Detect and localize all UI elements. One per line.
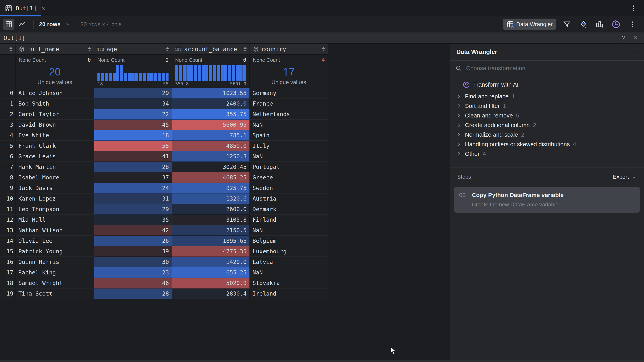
rows-selector-chevron-icon[interactable]: [64, 21, 71, 27]
sort-arrows-icon[interactable]: [244, 47, 247, 51]
column-header[interactable]: 123 account_balance: [172, 44, 250, 55]
row-index-cell[interactable]: 10: [0, 194, 16, 204]
age-cell[interactable]: 24: [94, 183, 172, 194]
country-cell[interactable]: Latvia: [250, 257, 328, 267]
country-cell[interactable]: NaN: [250, 151, 328, 162]
full-name-cell[interactable]: Mia Hall: [16, 215, 94, 225]
rows-selector[interactable]: 20 rows: [39, 21, 60, 28]
full-name-cell[interactable]: Quinn Harris: [16, 257, 94, 267]
tab-out1[interactable]: Out[1] ✕: [0, 0, 41, 17]
row-index-cell[interactable]: 3: [0, 120, 16, 130]
row-index-cell[interactable]: 8: [0, 172, 16, 183]
age-cell[interactable]: 41: [94, 151, 172, 162]
country-cell[interactable]: Denmark: [250, 204, 328, 215]
category-row[interactable]: Clean and remove 5: [450, 111, 644, 120]
age-cell[interactable]: 22: [94, 109, 172, 120]
ai-assistant-icon[interactable]: [610, 19, 622, 30]
country-cell[interactable]: NaN: [250, 267, 328, 278]
country-cell[interactable]: Greece: [250, 172, 328, 183]
age-cell[interactable]: 23: [94, 267, 172, 278]
category-row[interactable]: Normalize and scale 2: [450, 130, 644, 139]
full-name-cell[interactable]: Samuel Wright: [16, 278, 94, 288]
full-name-cell[interactable]: Nathan Wilson: [16, 225, 94, 236]
row-index-cell[interactable]: 13: [0, 225, 16, 236]
histogram-icon[interactable]: [594, 19, 605, 30]
account-balance-cell[interactable]: 4850.0: [172, 141, 250, 151]
account-balance-cell[interactable]: 1895.65: [172, 236, 250, 246]
full-name-cell[interactable]: Karen Lopez: [16, 194, 94, 204]
country-cell[interactable]: Slovakia: [250, 278, 328, 288]
country-cell[interactable]: NaN: [250, 225, 328, 236]
full-name-cell[interactable]: Bob Smith: [16, 99, 94, 109]
column-header[interactable]: full_name: [16, 44, 94, 55]
help-icon[interactable]: ?: [622, 34, 626, 42]
age-cell[interactable]: 34: [94, 99, 172, 109]
account-balance-cell[interactable]: 4775.35: [172, 246, 250, 257]
row-index-cell[interactable]: 18: [0, 278, 16, 288]
age-cell[interactable]: 39: [94, 246, 172, 257]
account-balance-cell[interactable]: 1023.55: [172, 88, 250, 99]
account-balance-cell[interactable]: 5600.95: [172, 120, 250, 130]
row-index-cell[interactable]: 17: [0, 267, 16, 278]
full-name-cell[interactable]: Rachel King: [16, 267, 94, 278]
table-view-button[interactable]: [3, 19, 14, 30]
account-balance-cell[interactable]: 2600.0: [172, 204, 250, 215]
category-row[interactable]: Sort and filter 1: [450, 101, 644, 111]
country-cell[interactable]: Italy: [250, 141, 328, 151]
column-header[interactable]: country: [250, 44, 328, 55]
account-balance-cell[interactable]: 785.1: [172, 130, 250, 141]
step-card[interactable]: 00 Copy Python DataFrame variable Create…: [454, 187, 640, 213]
sort-arrows-icon[interactable]: [166, 47, 169, 51]
country-cell[interactable]: Luxembourg: [250, 246, 328, 257]
sort-arrows-icon[interactable]: [322, 47, 325, 51]
country-cell[interactable]: Austria: [250, 194, 328, 204]
row-index-cell[interactable]: 9: [0, 183, 16, 194]
transformation-search-input[interactable]: Choose transformation: [450, 61, 644, 76]
country-cell[interactable]: Germany: [250, 88, 328, 99]
filter-icon[interactable]: [561, 19, 572, 30]
age-cell[interactable]: 26: [94, 236, 172, 246]
row-index-cell[interactable]: 7: [0, 162, 16, 172]
country-cell[interactable]: Belgium: [250, 236, 328, 246]
age-cell[interactable]: 35: [94, 215, 172, 225]
full-name-cell[interactable]: Frank Clark: [16, 141, 94, 151]
age-cell[interactable]: 46: [94, 278, 172, 288]
row-index-cell[interactable]: 16: [0, 257, 16, 267]
full-name-cell[interactable]: Tina Scott: [16, 288, 94, 299]
age-cell[interactable]: 29: [94, 88, 172, 99]
age-cell[interactable]: 18: [94, 130, 172, 141]
country-cell[interactable]: Netherlands: [250, 109, 328, 120]
row-index-cell[interactable]: 15: [0, 246, 16, 257]
output-close-icon[interactable]: ✕: [633, 34, 638, 42]
row-index-cell[interactable]: 19: [0, 288, 16, 299]
age-cell[interactable]: 28: [94, 288, 172, 299]
age-cell[interactable]: 28: [94, 162, 172, 172]
export-dropdown[interactable]: Export: [613, 174, 637, 180]
category-row[interactable]: Find and replace 1: [450, 92, 644, 101]
country-cell[interactable]: France: [250, 99, 328, 109]
account-balance-cell[interactable]: 5020.9: [172, 278, 250, 288]
account-balance-cell[interactable]: 2830.4: [172, 288, 250, 299]
row-index-cell[interactable]: 0: [0, 88, 16, 99]
country-cell[interactable]: Portugal: [250, 162, 328, 172]
row-index-cell[interactable]: 5: [0, 141, 16, 151]
data-wrangler-toggle-button[interactable]: W Data Wrangler: [503, 19, 556, 30]
sort-arrows-icon[interactable]: [9, 47, 12, 51]
account-balance-cell[interactable]: 925.75: [172, 183, 250, 194]
row-index-cell[interactable]: 1: [0, 99, 16, 109]
age-cell[interactable]: 29: [94, 204, 172, 215]
full-name-cell[interactable]: Hank Martin: [16, 162, 94, 172]
age-cell[interactable]: 31: [94, 194, 172, 204]
account-balance-cell[interactable]: 3105.8: [172, 215, 250, 225]
account-balance-cell[interactable]: 355.75: [172, 109, 250, 120]
age-cell[interactable]: 45: [94, 120, 172, 130]
country-cell[interactable]: NaN: [250, 120, 328, 130]
account-balance-cell[interactable]: 1250.3: [172, 151, 250, 162]
toolbar-kebab-icon[interactable]: [627, 19, 638, 30]
age-cell[interactable]: 42: [94, 225, 172, 236]
row-index-cell[interactable]: 11: [0, 204, 16, 215]
account-balance-cell[interactable]: 655.25: [172, 267, 250, 278]
full-name-cell[interactable]: Eve White: [16, 130, 94, 141]
category-row[interactable]: Create additional column 2: [450, 120, 644, 130]
account-balance-cell[interactable]: 2400.0: [172, 99, 250, 109]
